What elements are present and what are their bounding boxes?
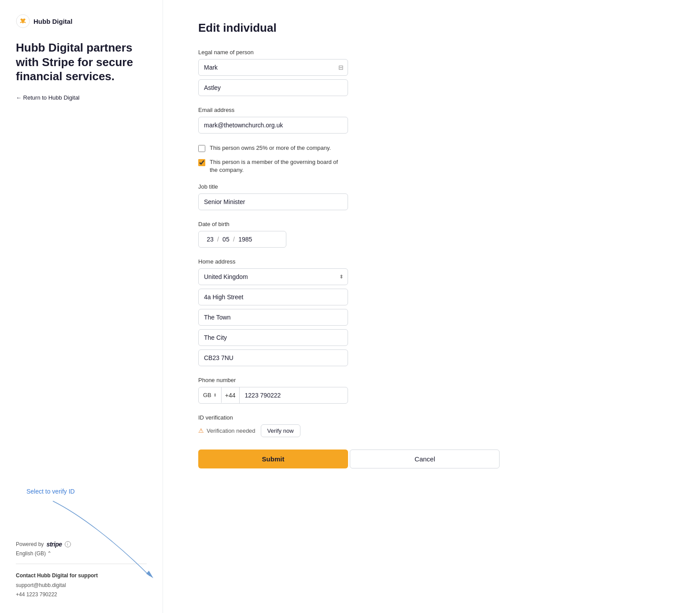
dob-sep1: / — [217, 236, 219, 243]
email-label: Email address — [198, 107, 524, 113]
job-title-input[interactable] — [198, 193, 348, 210]
phone-country-selector[interactable]: GB ⬍ — [199, 387, 222, 403]
verify-now-button[interactable]: Verify now — [261, 424, 300, 437]
phone-country-code: GB — [203, 392, 211, 398]
language-label: English (GB) — [16, 550, 46, 557]
hubb-logo-icon — [16, 14, 30, 28]
address-line1-input[interactable] — [198, 289, 348, 305]
powered-by: Powered by stripe i — [16, 541, 147, 548]
stripe-logo: stripe — [46, 541, 62, 548]
phone-intl-code: +44 — [222, 387, 240, 403]
phone-chevron-icon: ⬍ — [213, 393, 217, 398]
checkbox-governing-board[interactable] — [198, 159, 205, 166]
warning-triangle-icon: ⚠ — [198, 427, 204, 434]
main-content: Edit individual Legal name of person ⊟ E… — [163, 0, 559, 613]
return-link[interactable]: ← Return to Hubb Digital — [16, 94, 147, 101]
dob-section: Date of birth / / — [198, 221, 524, 248]
sidebar-divider — [16, 564, 147, 564]
sidebar-tagline: Hubb Digital partners with Stripe for se… — [16, 41, 147, 84]
dob-day-input[interactable] — [205, 236, 215, 243]
info-icon[interactable]: i — [65, 541, 71, 547]
checkbox-owns-25-label: This person owns 25% or more of the comp… — [210, 144, 331, 152]
address-inputs — [198, 289, 524, 366]
checkbox-owns-25[interactable] — [198, 145, 205, 152]
language-chevron-icon: ⌃ — [47, 550, 52, 557]
support-section: Contact Hubb Digital for support support… — [16, 571, 147, 599]
phone-section: Phone number GB ⬍ +44 — [198, 377, 524, 404]
sidebar: Hubb Digital Hubb Digital partners with … — [0, 0, 163, 613]
dob-label: Date of birth — [198, 221, 524, 227]
first-name-wrapper: ⊟ — [198, 59, 348, 76]
home-address-label: Home address — [198, 258, 524, 265]
country-select-wrapper: United Kingdom United States Germany Fra… — [198, 268, 348, 285]
sidebar-bottom: Powered by stripe i English (GB) ⌃ Conta… — [16, 541, 147, 599]
email-section: Email address — [198, 107, 524, 134]
logo-row: Hubb Digital — [16, 14, 147, 28]
dob-wrapper: / / — [198, 231, 286, 248]
checkbox-row-2: This person is a member of the governing… — [198, 158, 524, 174]
cancel-button[interactable]: Cancel — [350, 450, 500, 468]
verification-warning: ⚠ Verification needed — [198, 427, 256, 434]
town-input[interactable] — [198, 309, 348, 326]
page-title: Edit individual — [198, 21, 524, 35]
country-select[interactable]: United Kingdom United States Germany Fra… — [198, 268, 348, 285]
submit-button[interactable]: Submit — [198, 450, 348, 468]
id-verification-section: ID verification ⚠ Verification needed Ve… — [198, 414, 524, 437]
first-name-input[interactable] — [198, 59, 348, 76]
last-name-input[interactable] — [198, 79, 348, 96]
home-address-section: Home address United Kingdom United State… — [198, 258, 524, 366]
verification-needed-text: Verification needed — [207, 427, 256, 434]
email-input[interactable] — [198, 117, 348, 134]
phone-wrapper: GB ⬍ +44 — [198, 387, 348, 404]
contact-card-icon: ⊟ — [338, 64, 344, 71]
id-verification-row: ⚠ Verification needed Verify now — [198, 424, 524, 437]
city-input[interactable] — [198, 329, 348, 346]
annotation-area: Select to verify ID — [26, 488, 159, 498]
support-email: support@hubb.digital — [16, 582, 66, 588]
checkboxes-section: This person owns 25% or more of the comp… — [198, 144, 524, 175]
legal-name-section: Legal name of person ⊟ — [198, 49, 524, 96]
language-selector[interactable]: English (GB) ⌃ — [16, 550, 147, 557]
job-title-section: Job title — [198, 183, 524, 210]
postcode-input[interactable] — [198, 349, 348, 366]
phone-label: Phone number — [198, 377, 524, 383]
job-title-label: Job title — [198, 183, 524, 190]
legal-name-label: Legal name of person — [198, 49, 524, 56]
phone-number-input[interactable] — [240, 387, 348, 403]
dob-month-input[interactable] — [221, 236, 231, 243]
form-actions: Submit Cancel — [198, 450, 524, 474]
logo-text: Hubb Digital — [33, 18, 72, 25]
annotation-label[interactable]: Select to verify ID — [26, 488, 159, 495]
support-phone: +44 1223 790222 — [16, 591, 57, 598]
powered-by-label: Powered by — [16, 541, 44, 547]
checkbox-row-1: This person owns 25% or more of the comp… — [198, 144, 524, 152]
checkbox-governing-board-label: This person is a member of the governing… — [210, 158, 346, 174]
id-verification-label: ID verification — [198, 414, 524, 421]
svg-marker-1 — [146, 571, 153, 578]
dob-sep2: / — [233, 236, 235, 243]
dob-year-input[interactable] — [237, 236, 254, 243]
support-heading: Contact Hubb Digital for support — [16, 571, 147, 580]
